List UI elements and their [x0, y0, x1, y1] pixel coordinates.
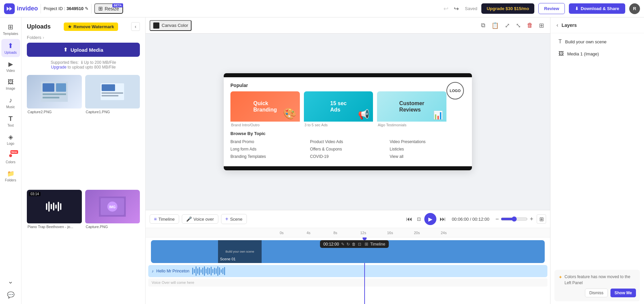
zoom-slider[interactable]	[501, 216, 528, 222]
sidebar-item-logo[interactable]: ◈ Logo	[1, 131, 20, 148]
topic-covid[interactable]: COVID-19	[310, 154, 385, 160]
template-card-quick-branding[interactable]: QuickBranding 🎨 Brand Intro/Outro	[230, 91, 300, 127]
resize-button[interactable]: ⊞ Resize BETA	[94, 3, 123, 14]
layers-title: Layers	[561, 23, 639, 28]
media-item[interactable]: Capture2.PNG	[27, 75, 82, 186]
timeline-content: 00:12:00 ✎ ↻ 🗑 ⊡ ⊞ Timeline Build your o…	[146, 237, 550, 304]
copy-scene-button[interactable]: ⊡	[416, 215, 422, 223]
ruler-mark-0s: 0s	[280, 231, 284, 235]
media-item[interactable]: 03:14 Piano Trap Beethoven - jo...	[27, 190, 82, 301]
layers-collapse-button[interactable]: ‹	[556, 21, 559, 29]
sun-icon: ✦	[558, 274, 562, 281]
sidebar-item-image[interactable]: 🖼 Image	[1, 76, 20, 93]
template-label: QuickBranding	[251, 97, 279, 116]
delete-button[interactable]: 🗑	[525, 20, 535, 31]
undo-button[interactable]: ↩	[441, 3, 450, 14]
colors-hint-text: ✦ Colors feature has now moved to the Le…	[558, 274, 636, 286]
logo-circle[interactable]: LOGO	[446, 82, 464, 99]
upgrade-button[interactable]: Upgrade $30 $15/mo	[481, 3, 534, 14]
sidebar-item-templates[interactable]: ⊞ Templates	[1, 20, 20, 38]
delete-timestamp-icon[interactable]: 🗑	[352, 242, 356, 247]
copy-timestamp-icon[interactable]: ⊡	[358, 242, 361, 247]
layer-item-media1[interactable]: 🖼 Media 1 (Image)	[553, 48, 641, 59]
zoom-in-button[interactable]: +	[529, 215, 534, 223]
folders-icon: 📁	[7, 170, 14, 177]
media-item[interactable]: Capture1.PNG	[85, 75, 140, 186]
upload-media-button[interactable]: ⬆ Upload Media	[27, 43, 140, 57]
redo-button[interactable]: ↪	[452, 3, 461, 14]
sidebar-item-colors[interactable]: New ● Colors	[1, 149, 20, 167]
skip-end-button[interactable]: ⏭	[438, 214, 447, 224]
play-button[interactable]: ▶	[424, 213, 436, 225]
show-me-button[interactable]: Show Me	[610, 289, 636, 297]
scene-timestamp-popup: 00:12:00 ✎ ↻ 🗑 ⊡ ⊞ Timeline	[320, 240, 389, 248]
canvas-color-button[interactable]: Canvas Color	[150, 20, 192, 31]
svg-rect-17	[60, 203, 61, 210]
templates-footer-bar	[224, 166, 472, 170]
resize-canvas-button[interactable]: ⤢	[503, 20, 512, 31]
refresh-icon[interactable]: ↻	[346, 242, 350, 247]
media-label: Piano Trap Beethoven - jo...	[27, 225, 82, 229]
chevron-icon: ›	[43, 35, 44, 40]
template-card-ads[interactable]: 15 secAds 📢 3 to 5 sec Ads	[304, 91, 373, 127]
scene-tab[interactable]: + Scene	[221, 214, 247, 224]
sidebar-label-folders: Folders	[5, 178, 16, 182]
image-layer-icon: 🖼	[558, 51, 564, 57]
upgrade-link[interactable]: Upgrade	[51, 65, 66, 70]
media-label: Capture.PNG	[85, 225, 140, 229]
time-display: 00:06:00 / 00:12:00	[452, 217, 489, 222]
sidebar-item-more[interactable]: ⌄	[1, 274, 20, 288]
timeline-tab[interactable]: ≡ Timeline	[150, 214, 179, 224]
edit-project-icon[interactable]: ✎	[85, 6, 89, 11]
layers-panel: ‹ Layers T Build your own scene 🖼 Media …	[550, 17, 644, 304]
uploads-collapse-button[interactable]: ‹	[131, 22, 140, 31]
add-scene-control-button[interactable]: ⊞	[537, 214, 546, 224]
topic-branding[interactable]: Branding Templates	[230, 154, 306, 160]
music-icon: ♪	[9, 96, 12, 104]
sidebar-item-music[interactable]: ♪ Music	[1, 94, 20, 112]
svg-text:IMG: IMG	[109, 205, 116, 209]
topic-brand-promo[interactable]: Brand Promo	[230, 139, 306, 145]
expand-canvas-button[interactable]: ⤡	[514, 20, 523, 31]
review-button[interactable]: Review	[538, 3, 565, 14]
scene-name: Scene 01	[220, 257, 235, 261]
zoom-out-button[interactable]: −	[495, 215, 500, 223]
brand-logo[interactable]: invideo	[4, 3, 38, 14]
voiceover-tab-icon: 🎤	[186, 216, 192, 222]
media-grid: Capture2.PNG Capture1.PNG	[21, 72, 145, 304]
topic-product-video[interactable]: Product Video Ads	[310, 139, 385, 145]
topic-long-form[interactable]: Long form Ads	[230, 146, 306, 152]
svg-rect-4	[43, 93, 66, 95]
svg-rect-2	[43, 83, 54, 92]
sidebar-item-uploads[interactable]: ⬆ Uploads	[1, 39, 20, 57]
music-track[interactable]: ♪ Hello Mr Princeton	[148, 265, 547, 277]
sidebar-label-music: Music	[6, 105, 15, 109]
topic-view-all[interactable]: View all	[390, 154, 465, 160]
media-item[interactable]: IMG Capture.PNG	[85, 190, 140, 301]
sidebar-item-video[interactable]: ▶ Video	[1, 58, 20, 75]
topic-video-presentations[interactable]: Video Presentations	[390, 139, 465, 145]
sidebar-item-text[interactable]: T Text	[1, 112, 20, 130]
remove-watermark-button[interactable]: ★ Remove Watermark	[64, 23, 118, 31]
paste-button[interactable]: 📋	[489, 20, 501, 31]
voiceover-tab[interactable]: 🎤 Voice over	[182, 214, 218, 224]
topic-offers[interactable]: Offers & Coupons	[310, 146, 385, 152]
sidebar-item-chat[interactable]: 💬	[1, 289, 20, 301]
grid-button[interactable]: ⊞	[537, 20, 546, 31]
edit-timestamp-icon[interactable]: ✎	[341, 242, 344, 247]
dismiss-button[interactable]: Dismiss	[585, 289, 608, 297]
download-button[interactable]: ⬇ Download & Share	[569, 3, 625, 14]
svg-rect-11	[46, 203, 47, 210]
user-avatar[interactable]: R	[629, 3, 640, 14]
layer-item-build-scene[interactable]: T Build your own scene	[553, 36, 641, 47]
upload-icon: ⬆	[63, 47, 68, 53]
copy-button[interactable]: ⧉	[479, 20, 487, 31]
sidebar-item-folders[interactable]: 📁 Folders	[1, 167, 20, 185]
templates-content: Popular LOGO QuickBranding 🎨 Brand Intro…	[224, 77, 472, 166]
topic-listicles[interactable]: Listicles	[390, 146, 465, 152]
template-card-reviews[interactable]: CustomerReviews 📊 Algo Testimonials	[377, 91, 446, 127]
skip-start-button[interactable]: ⏮	[405, 214, 414, 224]
templates-overlay: Popular LOGO QuickBranding 🎨 Brand Intro…	[224, 73, 472, 170]
templates-header-bar	[224, 73, 472, 77]
sidebar: ⊞ Templates ⬆ Uploads ▶ Video 🖼 Image ♪ …	[0, 17, 21, 304]
